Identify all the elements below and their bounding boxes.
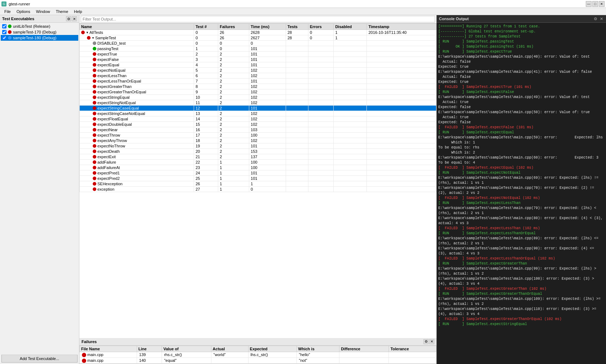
menu-window[interactable]: Window [33, 9, 53, 14]
cell-errors [308, 127, 333, 133]
console-line: [ RUN ] SampleTest.expectLessThan [438, 201, 605, 206]
add-test-executable-button[interactable]: Add Test Executable... [1, 355, 78, 363]
cell-test_num: 13 [194, 111, 218, 116]
failure-row[interactable]: main.cpp140"equal""not" [80, 358, 436, 363]
failure-row[interactable]: main.cpp139rhs.c_str()"world"lhs.c_str()… [80, 352, 436, 358]
cell-failures: 2 [218, 149, 249, 154]
table-row[interactable]: ▼ AllTests026262828012016-10-16T11:35:40 [80, 30, 436, 35]
sidebar-item-unitlibtest[interactable]: unitLibTest (Release) [1, 23, 78, 29]
cell-tests [286, 116, 308, 122]
expand-arrow[interactable]: ▼ [92, 36, 95, 40]
table-row[interactable]: expectDoubleEqual152102 [80, 122, 436, 127]
console-close-icon[interactable]: ✕ [599, 16, 604, 21]
console-line: actual: 4 vs 3 [438, 221, 605, 226]
filter-input[interactable] [81, 16, 435, 22]
cell-tests [286, 170, 308, 176]
table-row[interactable]: expectPred2251101 [80, 176, 436, 181]
menu-theme[interactable]: Theme [53, 9, 71, 14]
table-row[interactable]: DISABLED_test000 [80, 41, 436, 46]
console-header-title: Console Output [439, 17, 469, 21]
cell-failures: 0 [218, 46, 249, 52]
cell-timestamp [367, 84, 436, 89]
console-line: [==========] Running 27 tests from 1 tes… [438, 24, 605, 29]
test-table-container[interactable]: Name Test # Failures Time (ms) Tests Err… [79, 23, 436, 338]
sidebar-close-icon[interactable]: ✕ [72, 16, 77, 21]
status-dot [93, 171, 96, 175]
test-name-label: DISABLED_test [97, 41, 126, 45]
sidebar-item-sampletest180[interactable]: sampleTest-180 (Debug) [1, 35, 78, 41]
cell-test_num: 9 [194, 89, 218, 95]
table-row[interactable]: expectFloatEqual142102 [80, 116, 436, 122]
exec-checkbox-3[interactable] [2, 36, 6, 40]
table-row[interactable]: expectLessThan62102 [80, 73, 436, 79]
menu-file[interactable]: File [1, 9, 14, 14]
table-row[interactable]: exception2710 [80, 187, 436, 192]
cell-errors [308, 187, 333, 192]
table-row[interactable]: expectNotEqual52102 [80, 68, 436, 73]
cell-timestamp [367, 106, 436, 111]
cell-test_num: 0 [194, 41, 218, 46]
failures-close-icon[interactable]: ✕ [429, 339, 434, 344]
cell-disabled [334, 122, 367, 127]
table-row[interactable]: passingTest10101 [80, 46, 436, 52]
sidebar-settings-icon[interactable]: ⚙ [66, 16, 71, 21]
menu-help[interactable]: Help [71, 9, 85, 14]
table-row[interactable]: SEHexception2611 [80, 181, 436, 187]
status-dot [93, 117, 96, 121]
table-row[interactable]: ▼ SampleTest02626272801 [80, 35, 436, 41]
failure-cell-file: main.cpp [80, 352, 137, 358]
table-row[interactable]: expectNear162103 [80, 127, 436, 133]
cell-disabled [334, 127, 367, 133]
table-row[interactable]: addFailureAt231100 [80, 165, 436, 170]
test-name-label: expectPred1 [97, 171, 120, 175]
cell-errors: 0 [308, 30, 333, 35]
cell-test_num: 0 [194, 35, 218, 41]
table-row[interactable]: expectStringCaseEqual122101 [80, 106, 436, 111]
table-row[interactable]: expectThrow172100 [80, 133, 436, 138]
table-row[interactable]: expectGreaterThanOrEqual92102 [80, 89, 436, 95]
table-row[interactable]: expectPred1241101 [80, 170, 436, 176]
sidebar-item-sampletest170[interactable]: sampleTest-170 (Debug) [1, 29, 78, 35]
console-settings-icon[interactable]: ⚙ [593, 16, 598, 21]
cell-errors [308, 73, 333, 79]
cell-time: 101 [249, 57, 286, 62]
console-line: [ RUN ] SampleTest.expectGreaterThan [438, 261, 605, 266]
cell-tests: 28 [286, 35, 308, 41]
table-row[interactable]: expectAnyThrow182102 [80, 138, 436, 143]
failures-table-container[interactable]: File Name Line Value of Actual Expected … [79, 346, 436, 364]
table-row[interactable]: expectStringNotEqual112102 [80, 100, 436, 106]
table-row[interactable]: expectExit212137 [80, 154, 436, 160]
cell-failures: 2 [218, 138, 249, 143]
table-row[interactable]: expectEqual42101 [80, 62, 436, 68]
minimize-button[interactable]: — [586, 1, 592, 7]
table-row[interactable]: expectStringCaseNotEqual132102 [80, 111, 436, 116]
table-row[interactable]: expectNoThrow192101 [80, 143, 436, 149]
cell-errors [308, 111, 333, 116]
exec-checkbox-2[interactable] [2, 30, 6, 34]
console-output[interactable]: [==========] Running 27 tests from 1 tes… [437, 23, 606, 364]
table-row[interactable]: expectStringEqual102102 [80, 95, 436, 100]
table-row[interactable]: expectLessThanOrEqual72101 [80, 79, 436, 84]
table-row[interactable]: expectDeath202153 [80, 149, 436, 154]
cell-test_num: 17 [194, 133, 218, 138]
exec-status-dot-1 [8, 25, 12, 28]
cell-test_num: 25 [194, 176, 218, 181]
maximize-button[interactable]: □ [592, 1, 598, 7]
cell-tests [286, 62, 308, 68]
console-line: E:\workspace\sampleTest\sampleTest\main.… [438, 216, 605, 221]
cell-time: 101 [249, 62, 286, 68]
failures-settings-icon[interactable]: ⚙ [423, 339, 429, 344]
cell-tests [286, 181, 308, 187]
failures-col-whichis: Which is [297, 346, 339, 352]
exec-checkbox-1[interactable] [2, 24, 6, 28]
status-dot [93, 112, 96, 115]
close-button[interactable]: ✕ [599, 1, 605, 7]
table-row[interactable]: expectTrue22101 [80, 52, 436, 57]
cell-time: 102 [249, 122, 286, 127]
menu-options[interactable]: Options [14, 9, 33, 14]
table-row[interactable]: addFailure221100 [80, 160, 436, 165]
table-row[interactable]: expectFalse32101 [80, 57, 436, 62]
table-row[interactable]: expectGreaterThan82102 [80, 84, 436, 89]
expand-arrow[interactable]: ▼ [86, 31, 89, 34]
cell-disabled [334, 46, 367, 52]
